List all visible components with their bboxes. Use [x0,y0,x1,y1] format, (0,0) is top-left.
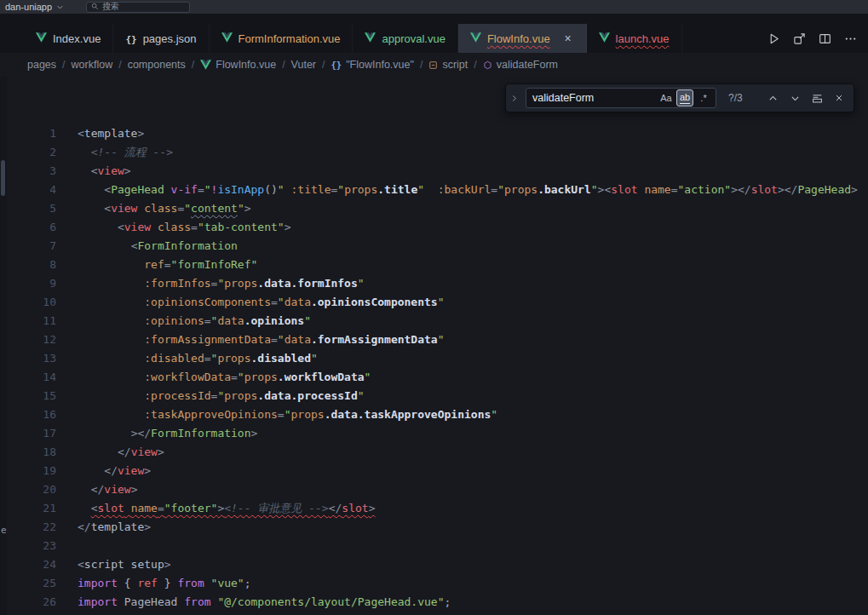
code-line-5[interactable]: 5 <view class="content"> [0,199,868,218]
find-input[interactable] [532,92,656,104]
breadcrumb-item-flowinfo.vue[interactable]: FlowInfo.vue [200,59,276,71]
code-line-17[interactable]: 17 ></FormInformation> [0,424,868,443]
line-number[interactable]: 9 [0,274,56,293]
code-line-18[interactable]: 18 </view> [0,443,868,462]
close-icon[interactable] [831,89,848,106]
line-number[interactable]: 23 [0,537,56,555]
code-line-26[interactable]: 26import PageHead from "@/components/lay… [0,593,868,612]
line-number[interactable]: 5 [0,199,56,218]
command-center-search[interactable]: 搜索 [86,2,190,13]
tab-pages.json[interactable]: {}pages.json [113,24,209,53]
line-number[interactable]: 21 [0,499,56,518]
line-number[interactable]: 10 [0,293,56,312]
tab-approval.vue[interactable]: approval.vue [353,24,457,53]
breadcrumb-label: validateForm [497,59,558,71]
code-line-21[interactable]: 21 <slot name="footer"><!-- 审批意见 --></sl… [0,499,868,518]
code-line-20[interactable]: 20 </view> [0,480,868,499]
breadcrumb-item-workflow[interactable]: workflow [72,59,113,71]
workspace-menu[interactable]: dan-uniapp [5,2,64,12]
code-text: </view> [78,443,164,462]
line-number[interactable]: 24 [0,555,56,574]
tab-forminformation.vue[interactable]: FormInformation.vue [210,24,354,53]
code-text: <script setup> [78,555,171,574]
code-line-8[interactable]: 8 ref="formInfoRef" [0,256,868,274]
editor[interactable]: 1<template>2 <!-- 流程 -->3 <view>4 <PageH… [0,77,868,615]
toggle-replace-button[interactable] [508,84,520,112]
breadcrumb-item-pages[interactable]: pages [27,59,56,71]
next-match-button[interactable] [786,89,803,106]
run-icon[interactable] [766,31,781,46]
breadcrumb-item-validateform[interactable]: validateForm [483,59,558,71]
tab-launch.vue[interactable]: launch.vue [587,24,682,53]
line-number[interactable]: 8 [0,256,56,274]
code-text: </template> [78,518,151,537]
tab-index.vue[interactable]: Index.vue [24,24,113,53]
whole-word-toggle[interactable]: ab [676,89,693,106]
breadcrumb: pages/workflow/components/FlowInfo.vue/V… [0,53,868,77]
code-line-25[interactable]: 25import { ref } from "vue"; [0,574,868,593]
line-number[interactable]: 6 [0,218,56,237]
line-number[interactable]: 26 [0,593,56,612]
line-number[interactable]: 22 [0,518,56,537]
split-editor-icon[interactable] [817,31,832,46]
breadcrumb-label: FlowInfo.vue [216,59,276,71]
line-number[interactable]: 12 [0,330,56,349]
line-number[interactable]: 13 [0,349,56,368]
code-line-19[interactable]: 19 </view> [0,462,868,480]
code-line-13[interactable]: 13 :disabled="props.disabled" [0,349,868,368]
vue-file-icon [221,32,233,45]
breadcrumb-item--flowinfo.vue-[interactable]: {}"FlowInfo.vue" [331,59,414,71]
previous-match-button[interactable] [764,89,781,106]
code-text: ></FormInformation> [78,424,257,443]
code-line-14[interactable]: 14 :workflowData="props.workflowData" [0,368,868,387]
code-line-22[interactable]: 22</template> [0,518,868,537]
code-line-9[interactable]: 9 :formInfos="props.data.formInfos" [0,274,868,293]
line-number[interactable]: 14 [0,368,56,387]
code-line-11[interactable]: 11 :opinions="data.opinions" [0,312,868,330]
code-line-4[interactable]: 4 <PageHead v-if="!isInApp()" :title="pr… [0,181,868,199]
code-line-15[interactable]: 15 :processId="props.data.processId" [0,387,868,405]
code-text: :opinionsComponents="data.opinionsCompon… [78,293,445,312]
code-line-24[interactable]: 24<script setup> [0,555,868,574]
line-number[interactable]: 2 [0,143,56,162]
code-text: <!-- 流程 --> [78,143,173,162]
code-line-7[interactable]: 7 <FormInformation [0,237,868,256]
match-case-toggle[interactable]: Aa [658,89,675,106]
line-number[interactable]: 4 [0,181,56,199]
close-icon[interactable]: × [562,32,574,44]
breadcrumb-item-script[interactable]: script [428,59,468,71]
line-number[interactable]: 11 [0,312,56,330]
breadcrumb-item-components[interactable]: components [128,59,186,71]
line-number[interactable]: 17 [0,424,56,443]
code-line-1[interactable]: 1<template> [0,124,868,143]
code-text: import { ref } from "vue"; [78,574,251,593]
code-text: :processId="props.data.processId" [78,387,365,405]
line-number[interactable]: 7 [0,237,56,256]
line-number[interactable]: 16 [0,405,56,424]
more-actions-icon[interactable] [842,31,858,46]
regex-toggle[interactable]: .* [695,89,712,106]
line-number[interactable]: 18 [0,443,56,462]
code-line-2[interactable]: 2 <!-- 流程 --> [0,143,868,162]
line-number[interactable]: 19 [0,462,56,480]
line-number[interactable]: 15 [0,387,56,405]
tab-flowinfo.vue[interactable]: FlowInfo.vue× [458,24,587,53]
line-number[interactable]: 1 [0,124,56,143]
code-line-3[interactable]: 3 <view> [0,162,868,181]
line-number[interactable]: 20 [0,480,56,499]
code-line-12[interactable]: 12 :formAssignmentData="data.formAssignm… [0,330,868,349]
line-number[interactable]: 25 [0,574,56,593]
code-text: <FormInformation [78,237,238,256]
find-in-selection-button[interactable] [808,89,825,106]
code-line-6[interactable]: 6 <view class="tab-content"> [0,218,868,237]
line-number[interactable]: 3 [0,162,56,181]
run-or-debug-icon[interactable] [791,31,807,46]
breadcrumb-item-vuter[interactable]: Vuter [291,59,316,71]
code-line-23[interactable]: 23 [0,537,868,555]
code-text: </view> [78,480,137,499]
breadcrumb-label: Vuter [291,59,316,71]
breadcrumb-label: components [128,59,186,71]
vue-file-icon [36,32,47,45]
code-line-16[interactable]: 16 :taskApproveOpinions="props.data.task… [0,405,868,424]
code-line-10[interactable]: 10 :opinionsComponents="data.opinionsCom… [0,293,868,312]
